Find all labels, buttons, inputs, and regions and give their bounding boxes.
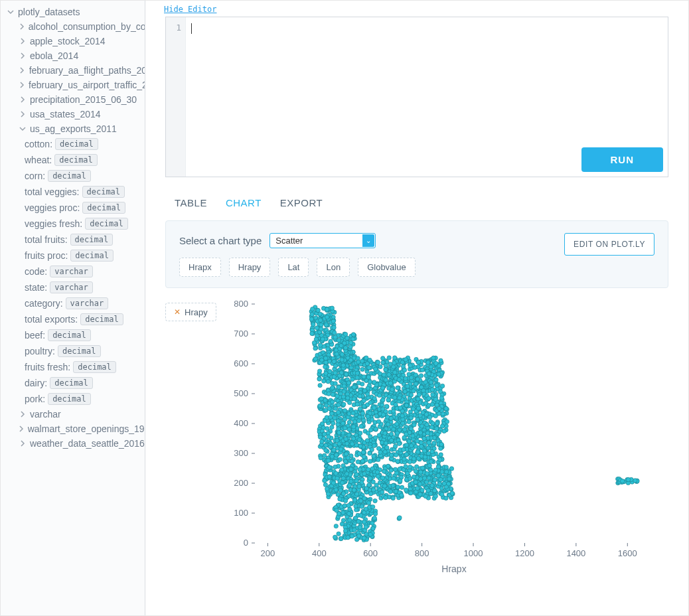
svg-point-2466	[620, 479, 624, 483]
svg-point-212	[313, 357, 317, 361]
svg-point-2463	[633, 479, 637, 483]
field-item[interactable]: total fruits:decimal	[25, 232, 145, 248]
column-chip[interactable]: Lon	[317, 258, 350, 277]
field-item[interactable]: fruits proc:decimal	[25, 248, 145, 264]
svg-point-2465	[626, 477, 630, 481]
column-chip[interactable]: Hrapx	[179, 258, 221, 277]
field-item[interactable]: total veggies:decimal	[25, 184, 145, 200]
svg-point-1254	[331, 421, 335, 425]
svg-point-2143	[404, 488, 408, 492]
dataset-item[interactable]: varchar	[13, 407, 145, 422]
chart-type-select[interactable]: Scatter	[269, 233, 376, 248]
svg-point-2251	[444, 465, 448, 469]
svg-point-1285	[377, 393, 381, 397]
dataset-item[interactable]: february_aa_flight_paths_2011	[13, 63, 145, 78]
run-button[interactable]: RUN	[581, 147, 664, 172]
column-chip[interactable]: Globvalue	[358, 258, 416, 277]
svg-text:1600: 1600	[618, 548, 637, 558]
svg-point-2439	[352, 498, 356, 502]
svg-point-1240	[356, 419, 360, 423]
svg-point-1687	[429, 459, 433, 463]
svg-point-1732	[393, 444, 397, 448]
column-chip[interactable]: Lat	[278, 258, 309, 277]
svg-point-797	[367, 358, 371, 362]
tab-table[interactable]: TABLE	[175, 197, 207, 208]
svg-point-1672	[350, 459, 354, 463]
field-item[interactable]: cotton:decimal	[25, 136, 145, 152]
svg-point-661	[438, 358, 442, 362]
svg-point-2232	[414, 480, 418, 484]
svg-point-918	[327, 392, 331, 396]
svg-point-1207	[412, 423, 416, 427]
field-item[interactable]: category:varchar	[25, 295, 145, 311]
field-item[interactable]: code:varchar	[25, 264, 145, 279]
svg-point-2121	[354, 479, 358, 483]
svg-point-1144	[433, 397, 437, 401]
field-item[interactable]: dairy:decimal	[25, 375, 145, 391]
dataset-label: weather_data_seattle_2016	[30, 438, 145, 449]
svg-point-1659	[367, 451, 371, 455]
svg-point-590	[317, 377, 321, 381]
hide-editor-link[interactable]: Hide Editor	[164, 1, 668, 17]
svg-point-1728	[323, 448, 327, 452]
dataset-item[interactable]: february_us_airport_traffic_2011	[13, 78, 145, 92]
svg-point-2019	[414, 465, 418, 469]
dataset-label: varchar	[30, 409, 61, 420]
svg-point-1664	[344, 452, 348, 456]
type-badge: decimal	[55, 138, 98, 150]
dataset-item[interactable]: usa_states_2014	[13, 107, 145, 121]
svg-point-720	[382, 373, 386, 377]
tab-chart[interactable]: CHART	[226, 197, 262, 208]
dataset-item[interactable]: alcohol_consumption_by_country	[13, 19, 145, 34]
svg-point-2229	[383, 495, 387, 499]
legend-box[interactable]: ✕ Hrapy	[165, 303, 216, 321]
scatter-plot[interactable]: 0100200300400500600700800200400600800100…	[222, 297, 668, 578]
svg-point-1717	[344, 437, 348, 441]
dataset-item-expanded[interactable]: us_ag_exports_2011	[13, 121, 145, 136]
svg-point-208	[313, 346, 317, 350]
svg-point-2412	[346, 512, 350, 516]
chart-controls: Select a chart type Scatter ⌄ EDIT ON PL…	[165, 220, 668, 288]
dataset-item[interactable]: apple_stock_2014	[13, 34, 145, 48]
field-item[interactable]: beef:decimal	[25, 327, 145, 343]
field-item[interactable]: total exports:decimal	[25, 311, 145, 327]
field-item[interactable]: state:varchar	[25, 279, 145, 295]
svg-point-742	[355, 371, 359, 375]
field-item[interactable]: poultry:decimal	[25, 343, 145, 359]
dataset-item[interactable]: ebola_2014	[13, 48, 145, 63]
svg-point-2423	[366, 501, 370, 504]
tab-export[interactable]: EXPORT	[280, 197, 323, 208]
field-item[interactable]: pork:decimal	[25, 391, 145, 407]
svg-point-650	[408, 364, 412, 368]
svg-point-1168	[345, 396, 349, 400]
field-item[interactable]: wheat:decimal	[25, 152, 145, 168]
svg-point-2259	[408, 477, 412, 481]
dataset-item[interactable]: precipitation_2015_06_30	[13, 92, 145, 107]
svg-point-2224	[393, 467, 397, 471]
svg-point-2382	[370, 526, 374, 530]
edit-on-plotly-button[interactable]: EDIT ON PLOT.LY	[564, 233, 654, 256]
svg-point-2177	[340, 481, 344, 485]
svg-point-2174	[391, 496, 395, 500]
svg-text:0: 0	[243, 538, 248, 548]
svg-point-301	[360, 367, 364, 371]
dataset-item[interactable]: walmart_store_openings_1962_2006	[13, 422, 145, 436]
field-item[interactable]: veggies fresh:decimal	[25, 216, 145, 232]
field-item[interactable]: corn:decimal	[25, 168, 145, 184]
svg-point-1237	[347, 400, 351, 404]
svg-point-2415	[333, 535, 337, 539]
field-item[interactable]: fruits fresh:decimal	[25, 359, 145, 375]
svg-point-777	[405, 384, 409, 388]
tree-root[interactable]: plotly_datasets	[1, 5, 145, 19]
svg-point-1743	[437, 457, 441, 461]
svg-point-1697	[431, 441, 435, 445]
svg-point-1579	[395, 431, 399, 435]
svg-point-1710	[425, 431, 429, 435]
close-icon[interactable]: ✕	[174, 307, 181, 317]
dataset-label: ebola_2014	[30, 50, 78, 61]
dataset-item[interactable]: weather_data_seattle_2016	[13, 436, 145, 451]
column-chip[interactable]: Hrapy	[229, 258, 271, 277]
svg-point-1712	[322, 432, 326, 436]
field-item[interactable]: veggies proc:decimal	[25, 200, 145, 216]
caret-right-icon	[18, 439, 27, 448]
